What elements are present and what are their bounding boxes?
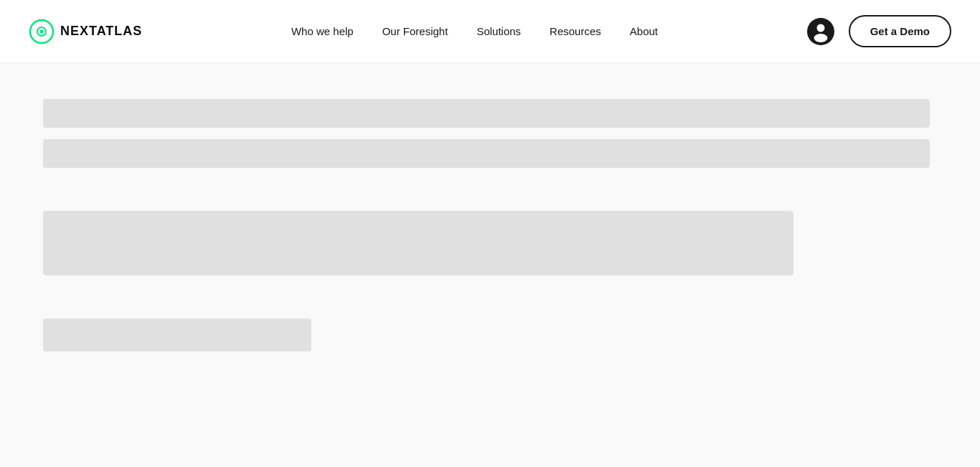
nav-link-our-foresight[interactable]: Our Foresight (382, 25, 448, 37)
skeleton-bar-4 (43, 319, 311, 352)
svg-point-2 (40, 29, 44, 33)
logo-text: NEXTATLAS (60, 24, 142, 39)
nav-item-solutions[interactable]: Solutions (476, 25, 521, 38)
main-content (0, 63, 980, 387)
nav-item-about[interactable]: About (630, 25, 658, 38)
nextatlas-logo-icon (29, 19, 55, 44)
nav-link-who-we-help[interactable]: Who we help (291, 25, 354, 37)
skeleton-bar-3 (43, 211, 793, 275)
skeleton-bar-1 (43, 99, 930, 128)
nav-link-about[interactable]: About (630, 25, 658, 37)
svg-point-4 (816, 24, 824, 32)
navbar-right: Get a Demo (807, 15, 951, 47)
svg-point-5 (814, 34, 827, 42)
nav-item-who-we-help[interactable]: Who we help (291, 25, 354, 38)
get-demo-button[interactable]: Get a Demo (849, 15, 951, 47)
nav-link-resources[interactable]: Resources (550, 25, 601, 37)
nav-link-solutions[interactable]: Solutions (476, 25, 521, 37)
skeleton-bar-2 (43, 139, 930, 168)
nav-item-resources[interactable]: Resources (550, 25, 601, 38)
nav-item-our-foresight[interactable]: Our Foresight (382, 25, 448, 38)
logo[interactable]: NEXTATLAS (29, 19, 142, 44)
navbar: NEXTATLAS Who we help Our Foresight Solu… (0, 0, 980, 63)
user-account-icon[interactable] (807, 18, 834, 45)
nav-links: Who we help Our Foresight Solutions Reso… (291, 25, 658, 38)
